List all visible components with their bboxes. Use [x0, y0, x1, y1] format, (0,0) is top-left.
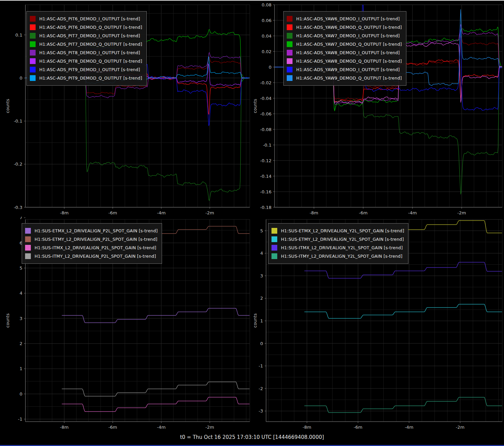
legend-swatch-icon [30, 24, 36, 30]
legend-swatch-icon [25, 253, 31, 259]
x-tick-label: -4m [408, 210, 417, 215]
y-tick-label: 1 [20, 366, 22, 371]
y-tick-label: 5 [260, 228, 263, 233]
legend-entry[interactable]: H1:SUS-ITMX_L2_DRIVEALIGN_Y2L_SPOT_GAIN … [271, 243, 404, 252]
legend-label: H1:ASC-ADS_YAW9_DEMOD_I_OUTPUT [s-trend] [296, 67, 400, 72]
y-tick-label: 4 [260, 251, 263, 256]
y-tick-labels: 543210-1-2-3 [259, 228, 263, 413]
legend-label: H1:ASC-ADS_YAW7_DEMOD_Q_OUTPUT [s-trend] [296, 42, 402, 47]
legend-entry[interactable]: H1:ASC-ADS_PIT9_DEMOD_Q_OUTPUT [s-trend] [30, 74, 142, 82]
legend-entry[interactable]: H1:ASC-ADS_YAW9_DEMOD_Q_OUTPUT [s-trend] [287, 74, 402, 82]
x-tick-label: -8m [60, 210, 69, 215]
legend-entry[interactable]: H1:SUS-ETMX_L2_DRIVEALIGN_P2L_SPOT_GAIN … [25, 227, 158, 235]
legend-swatch-icon [30, 50, 36, 56]
y-tick-label: -0.08 [260, 127, 271, 132]
legend-entry[interactable]: H1:ASC-ADS_PIT8_DEMOD_Q_OUTPUT [s-trend] [30, 57, 142, 65]
y-tick-label: -0.14 [260, 174, 271, 179]
x-tick-label: -6m [108, 425, 117, 430]
y-axis-title: counts [253, 99, 258, 113]
legend-entry[interactable]: H1:ASC-ADS_YAW6_DEMOD_Q_OUTPUT [s-trend] [287, 23, 402, 31]
x-tick-label: -6m [108, 210, 117, 215]
y-tick-label: -1 [18, 417, 22, 422]
legend-label: H1:SUS-ITMX_L2_DRIVEALIGN_P2L_SPOT_GAIN … [35, 245, 156, 250]
x-tick-label: -6m [354, 425, 362, 430]
legend-swatch-icon [30, 33, 36, 39]
legend-swatch-icon [271, 236, 277, 242]
legend-label: H1:SUS-ETMY_L2_DRIVEALIGN_Y2L_SPOT_GAIN … [281, 237, 404, 242]
y-tick-label: -0.02 [260, 80, 271, 85]
legend-swatch-icon [271, 253, 277, 259]
y-tick-labels: 0.080.060.040.020-0.02-0.04-0.06-0.08-0.… [260, 2, 271, 210]
legend-swatch-icon [30, 58, 36, 64]
legend-entry[interactable]: H1:ASC-ADS_YAW9_DEMOD_I_OUTPUT [s-trend] [287, 65, 402, 74]
legend-entry[interactable]: H1:ASC-ADS_YAW8_DEMOD_Q_OUTPUT [s-trend] [287, 57, 402, 65]
legend-label: H1:ASC-ADS_YAW8_DEMOD_I_OUTPUT [s-trend] [296, 50, 400, 55]
y-tick-label: -2 [259, 386, 263, 391]
legend-entry[interactable]: H1:ASC-ADS_YAW6_DEMOD_I_OUTPUT [s-trend] [287, 15, 402, 23]
y-tick-label: 0.04 [262, 34, 271, 39]
x-tick-label: -8m [60, 425, 69, 430]
y-tick-label: 0.08 [262, 2, 271, 7]
legend-swatch-icon [25, 236, 31, 242]
t0-label: t0 = Thu Oct 16 2025 17:03:10 UTC [14446… [0, 434, 504, 440]
legend-entry[interactable]: H1:ASC-ADS_YAW8_DEMOD_I_OUTPUT [s-trend] [287, 48, 402, 57]
x-tick-label: -2m [457, 210, 466, 215]
legend-entry[interactable]: H1:ASC-ADS_PIT9_DEMOD_I_OUTPUT [s-trend] [30, 65, 142, 74]
legend-swatch-icon [25, 228, 31, 234]
legend-label: H1:SUS-ETMX_L2_DRIVEALIGN_Y2L_SPOT_GAIN … [281, 228, 404, 233]
legend-swatch-icon [287, 75, 293, 81]
y-tick-label: 4 [20, 291, 22, 296]
x-tick-label: -6m [359, 210, 368, 215]
legend-entry[interactable]: H1:ASC-ADS_PIT6_DEMOD_Q_OUTPUT [s-trend] [30, 23, 142, 31]
legend-entry[interactable]: H1:ASC-ADS_YAW7_DEMOD_I_OUTPUT [s-trend] [287, 31, 402, 40]
legend-swatch-icon [30, 75, 36, 81]
y-axis-title: counts [253, 314, 258, 328]
y-tick-label: 7 [20, 215, 22, 220]
legend-entry[interactable]: H1:ASC-ADS_PIT7_DEMOD_Q_OUTPUT [s-trend] [30, 40, 142, 48]
y-tick-label: 0 [20, 76, 22, 81]
legend-entry[interactable]: H1:SUS-ITMX_L2_DRIVEALIGN_P2L_SPOT_GAIN … [25, 243, 158, 252]
y-tick-label: -0.12 [260, 158, 271, 163]
legend-label: H1:ASC-ADS_YAW6_DEMOD_Q_OUTPUT [s-trend] [296, 25, 402, 30]
legend-label: H1:SUS-ETMY_L2_DRIVEALIGN_P2L_SPOT_GAIN … [35, 237, 157, 242]
legend-swatch-icon [287, 24, 293, 30]
trace-H1:SUS-ITMY_L2_DRIVEALIGN_Y2L_SPOT_GAIN [304, 397, 502, 412]
legend-sus-y2l-spot-gain[interactable]: H1:SUS-ETMX_L2_DRIVEALIGN_Y2L_SPOT_GAIN … [268, 223, 408, 264]
x-tick-label: -2m [456, 425, 465, 430]
legend-swatch-icon [271, 245, 277, 251]
y-tick-label: -0.16 [260, 189, 271, 194]
y-tick-label: -0.18 [260, 205, 271, 210]
legend-entry[interactable]: H1:ASC-ADS_PIT7_DEMOD_I_OUTPUT [s-trend] [30, 31, 142, 40]
y-axis-title: counts [5, 314, 10, 328]
y-tick-label: -3 [259, 408, 263, 413]
legend-entry[interactable]: H1:SUS-ETMY_L2_DRIVEALIGN_P2L_SPOT_GAIN … [25, 235, 158, 243]
legend-swatch-icon [25, 245, 31, 251]
legend-entry[interactable]: H1:SUS-ITMY_L2_DRIVEALIGN_Y2L_SPOT_GAIN … [271, 252, 404, 260]
trace-H1:ASC-ADS_PIT7_DEMOD_I_OUTPUT [25, 74, 249, 200]
x-tick-label: -8m [303, 425, 311, 430]
legend-asc-ads-yaw-demod[interactable]: H1:ASC-ADS_YAW6_DEMOD_I_OUTPUT [s-trend]… [283, 11, 406, 86]
legend-swatch-icon [287, 33, 293, 39]
y-tick-label: -0.2 [14, 162, 22, 167]
legend-label: H1:SUS-ETMX_L2_DRIVEALIGN_P2L_SPOT_GAIN … [35, 228, 158, 233]
legend-entry[interactable]: H1:SUS-ITMY_L2_DRIVEALIGN_P2L_SPOT_GAIN … [25, 252, 158, 260]
y-tick-label: -0.3 [14, 205, 22, 210]
legend-entry[interactable]: H1:SUS-ETMX_L2_DRIVEALIGN_Y2L_SPOT_GAIN … [271, 227, 404, 235]
y-tick-label: 0.02 [262, 49, 271, 54]
legend-entry[interactable]: H1:ASC-ADS_PIT6_DEMOD_I_OUTPUT [s-trend] [30, 15, 142, 23]
legend-asc-ads-pit-demod[interactable]: H1:ASC-ADS_PIT6_DEMOD_I_OUTPUT [s-trend]… [26, 11, 147, 86]
legend-entry[interactable]: H1:SUS-ETMY_L2_DRIVEALIGN_Y2L_SPOT_GAIN … [271, 235, 404, 243]
x-tick-label: -4m [157, 425, 166, 430]
trace-H1:SUS-ETMX_L2_DRIVEALIGN_P2L_SPOT_GAIN [62, 308, 249, 322]
legend-label: H1:ASC-ADS_PIT8_DEMOD_I_OUTPUT [s-trend] [39, 50, 140, 55]
y-tick-label: 0 [20, 391, 22, 397]
legend-swatch-icon [287, 16, 293, 22]
legend-label: H1:ASC-ADS_YAW8_DEMOD_Q_OUTPUT [s-trend] [296, 59, 402, 64]
y-tick-labels: 0.10-0.1-0.2-0.3 [14, 33, 22, 210]
legend-entry[interactable]: H1:ASC-ADS_PIT8_DEMOD_I_OUTPUT [s-trend] [30, 48, 142, 57]
legend-label: H1:ASC-ADS_YAW9_DEMOD_Q_OUTPUT [s-trend] [296, 76, 402, 81]
legend-sus-p2l-spot-gain[interactable]: H1:SUS-ETMX_L2_DRIVEALIGN_P2L_SPOT_GAIN … [22, 223, 162, 264]
legend-swatch-icon [287, 50, 293, 56]
legend-label: H1:ASC-ADS_PIT7_DEMOD_I_OUTPUT [s-trend] [39, 33, 140, 38]
legend-entry[interactable]: H1:ASC-ADS_YAW7_DEMOD_Q_OUTPUT [s-trend] [287, 40, 402, 48]
